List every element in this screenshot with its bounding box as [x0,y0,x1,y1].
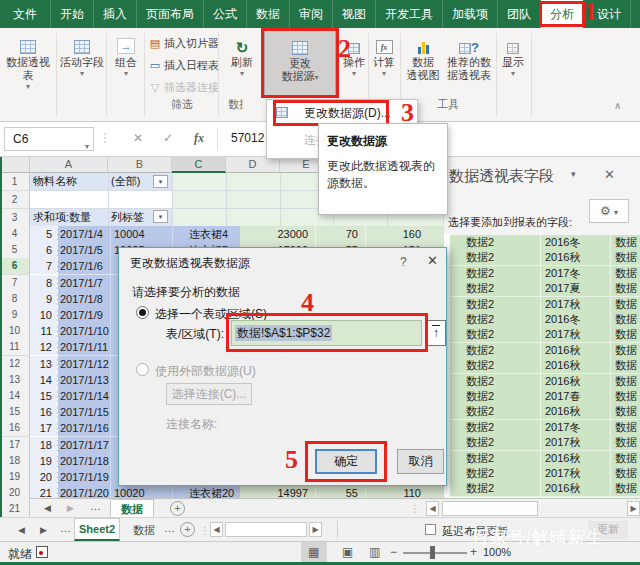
name-box[interactable]: C6 ▾ [4,127,94,151]
ribbon-tab[interactable]: 视图 [333,0,376,28]
row-header[interactable]: 10 [0,323,29,340]
formula-value[interactable]: 57012 [231,131,264,145]
cancel-button[interactable]: 取消 [397,449,444,474]
recommended-pivottables-button[interactable]: ? 推荐的数据透视表 [445,30,493,96]
row-header[interactable]: 18 [0,453,29,470]
ribbon-tab[interactable]: 开发工具 [376,0,443,28]
refresh-button[interactable]: ↻ 刷新▾ [222,30,262,96]
panel-data-row[interactable]: 数据2 2016秋 数据 [450,250,640,266]
panel-data-row[interactable]: 数据2 2017秋 数据 [450,297,640,313]
sheet-tab-data-upper[interactable]: 数据 [110,499,154,518]
ribbon-tab[interactable]: 加载项 [443,0,498,28]
column-header-d[interactable]: D [226,157,280,173]
tab-file[interactable]: 文件 [0,0,51,28]
pivottable-button[interactable]: 数据透视表▾ [2,30,54,96]
sheet-tab-sheet2[interactable]: Sheet2 [74,518,120,541]
panel-data-row[interactable]: 数据2 2017秋 数据 [450,435,640,451]
row-header[interactable]: 15 [0,404,29,421]
panel-data-row[interactable]: 数据2 2016秋 数据 [450,358,640,374]
panel-data-row[interactable]: 数据2 2017秋 数据 [450,466,640,482]
scroll-left-icon[interactable]: ◀ [426,501,439,516]
column-header-b[interactable]: B [108,157,172,173]
insert-function-icon[interactable]: fx [194,131,204,146]
cancel-entry-icon[interactable]: ✕ [133,131,143,145]
row-header[interactable]: 13 [0,372,29,389]
panel-data-row[interactable]: 数据2 2016秋 数据 [450,374,640,390]
tab-analyze[interactable]: 分析 1 [541,0,583,28]
collapse-ribbon-icon[interactable]: ∧ [614,100,621,111]
view-page-break-icon[interactable]: ▥ [369,545,380,559]
ribbon-tab[interactable]: 公式 [204,0,247,28]
collapse-dialog-icon[interactable]: ↑ [426,320,446,346]
ribbon-tab[interactable]: 团队 [498,0,541,28]
more-sheets-icon[interactable]: … [60,522,71,534]
sheet-tab-data[interactable]: 数据 [126,521,162,540]
change-data-source-button[interactable]: 更改 数据源▾ 2 [264,30,336,96]
row-header[interactable]: 7 [0,275,29,292]
panel-options-icon[interactable]: ▾ [571,169,576,179]
row-header[interactable]: 20 [0,485,29,502]
next-sheet-icon[interactable]: ▶ [67,503,74,513]
ribbon-tab[interactable]: 审阅 [290,0,333,28]
panel-data-row[interactable]: 数据2 2016冬 数据 [450,235,640,251]
ribbon-tab[interactable]: 数据 [247,0,290,28]
pivotchart-button[interactable]: 数据透视图 [403,30,443,96]
row-header[interactable]: 6 [0,258,29,275]
filter-dropdown-icon[interactable]: ▾ [153,175,168,188]
row-header[interactable]: 19 [0,469,29,486]
zoom-slider[interactable] [403,552,467,554]
cell-a1-filter-label[interactable]: 物料名称 [30,173,108,191]
radio-select-table[interactable] [136,306,149,319]
fields-scrollbar[interactable] [442,501,538,516]
scroll-left-icon[interactable]: ◀ [210,522,223,537]
add-sheet-icon[interactable]: + [170,501,185,516]
zoom-slider-thumb[interactable] [430,546,435,559]
row-header[interactable]: 9 [0,307,29,324]
panel-data-row[interactable]: 数据2 2017冬 数据 [450,266,640,282]
ribbon-tab[interactable]: 插入 [94,0,137,28]
select-all-corner[interactable] [0,157,30,173]
row-header[interactable]: 2 [0,191,29,209]
insert-timeline-button[interactable]: ▭插入日程表 [148,58,220,78]
data-row[interactable]: 5 2017/1/4 10004 连衣裙4 23000 70 160 [30,226,443,243]
column-label-dropdown-icon[interactable]: ▾ [153,210,168,223]
more-sheets-icon[interactable]: … [90,500,101,512]
row-header[interactable]: 11 [0,339,29,356]
panel-data-row[interactable]: 数据2 2017秋 数据 [450,327,640,343]
range-input[interactable]: 数据!$A$1:$P$32 [231,320,422,346]
row-header[interactable]: 12 [0,356,29,373]
add-sheet-icon[interactable]: + [180,522,195,537]
panel-data-row[interactable]: 数据2 2016秋 数据 [450,481,640,497]
ribbon-tab[interactable]: 开始 [51,0,94,28]
ribbon-tab[interactable]: 页面布局 [137,0,204,28]
row-header[interactable]: 16 [0,420,29,437]
active-field-button[interactable]: 活动字段▾ [58,30,106,96]
view-page-layout-icon[interactable]: ▣ [342,545,353,559]
more-sheets-icon[interactable]: … [164,522,175,534]
zoom-out-icon[interactable]: − [390,545,397,559]
row-header[interactable]: 8 [0,291,29,308]
row-header[interactable]: 5 [0,242,29,259]
row-header[interactable]: 17 [0,437,29,454]
cell-a3-sum-label[interactable]: 求和项:数量 [30,209,108,226]
column-header-c[interactable]: C [172,157,226,173]
macro-record-icon[interactable] [36,546,48,558]
show-button[interactable]: 显示▾ [498,30,528,96]
scroll-right-icon[interactable]: ▶ [627,501,640,516]
panel-data-row[interactable]: 数据2 2016秋 数据 [450,343,640,359]
next-sheet-icon[interactable]: ▶ [40,525,47,535]
dialog-help-icon[interactable]: ? [400,255,407,269]
group-button[interactable]: → 组合▾ [109,30,143,96]
calculations-button[interactable]: fx 计算▾ [370,30,398,96]
insert-slicer-button[interactable]: ▤插入切片器 [148,36,220,56]
row-header[interactable]: 14 [0,388,29,405]
panel-data-row[interactable]: 数据2 2017夏 数据 [450,281,640,297]
prev-sheet-icon[interactable]: ◀ [18,525,25,535]
prev-sheet-icon[interactable]: ◀ [44,503,51,513]
fields-gear-button[interactable]: ⚙ ▾ [589,199,629,223]
dialog-close-icon[interactable]: ✕ [427,253,438,268]
scroll-right-icon[interactable]: ▶ [309,522,322,537]
column-header-a[interactable]: A [30,157,108,173]
panel-data-row[interactable]: 数据2 2016秋 数据 [450,404,640,420]
row-header[interactable]: 3 [0,209,29,227]
